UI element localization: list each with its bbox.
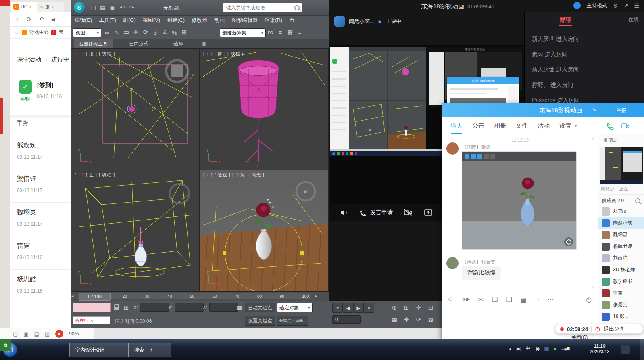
member-row[interactable]: 18 影... xyxy=(598,311,644,322)
taskbar-clock[interactable]: 11:19 2020/3/13 xyxy=(584,343,615,354)
magnifier-overlay-icon[interactable] xyxy=(564,237,573,246)
redo-icon[interactable]: ↷ xyxy=(127,3,137,12)
tab-album[interactable]: 相册 xyxy=(494,122,506,130)
tab-group-info[interactable]: 群信息 xyxy=(603,137,618,144)
y-field[interactable] xyxy=(175,303,204,312)
select-icon[interactable]: ↖ xyxy=(112,28,121,37)
tray-app-icon[interactable]: ▥ xyxy=(544,346,549,352)
max-logo-icon[interactable]: S xyxy=(74,2,85,13)
viewcube-front-face[interactable]: 前 xyxy=(304,189,308,194)
member-row[interactable]: 魏翊灵 xyxy=(598,229,644,241)
menu-customize[interactable]: 自 xyxy=(289,17,294,24)
smiley-icon[interactable]: ☺ xyxy=(447,296,454,303)
popout-icon[interactable]: ↗ xyxy=(624,3,629,8)
link-icon[interactable]: ∞ xyxy=(102,28,112,37)
timeline-slider-handle[interactable]: 0 / 100 xyxy=(79,293,111,301)
menu-tools[interactable]: 工具(T) xyxy=(99,17,116,24)
tray-app-icon[interactable]: ◉ xyxy=(535,346,539,352)
qq-message-input[interactable] xyxy=(442,306,598,323)
online-label[interactable]: 在线 xyxy=(628,16,639,23)
tab-settings[interactable]: 设置 xyxy=(559,122,571,130)
rotate-icon[interactable]: ⟳ xyxy=(141,28,150,37)
tab-activity[interactable]: 活动 xyxy=(538,122,550,130)
orbit-icon[interactable]: ✥ xyxy=(402,315,411,324)
move-icon[interactable]: ✛ xyxy=(131,28,141,37)
menu-edit[interactable]: 编辑(E) xyxy=(75,17,92,24)
taskbar-window-button[interactable]: 室内设计设计 xyxy=(69,343,129,357)
sharing-thumbnail[interactable] xyxy=(600,147,643,184)
more-icon[interactable]: ⋯ xyxy=(547,296,554,303)
x-field[interactable] xyxy=(140,303,169,312)
play-button[interactable]: ▶ xyxy=(353,303,364,313)
viewport-label[interactable]: [ + ] [ 前 ] [ 线框 ] xyxy=(203,51,244,57)
folder-icon[interactable]: ❏ xyxy=(492,296,498,303)
menu-views[interactable]: 视图(V) xyxy=(143,17,160,24)
scroll-up-icon[interactable]: ∧ xyxy=(592,136,595,140)
avatar[interactable] xyxy=(446,257,459,269)
favorite-tmall[interactable]: 天 xyxy=(59,29,64,36)
image-icon[interactable]: ▦ xyxy=(521,296,527,303)
menu-create[interactable]: 创建(C) xyxy=(167,17,185,24)
selection-lock-icon[interactable] xyxy=(114,307,119,310)
member-row[interactable]: 张景棠 xyxy=(598,299,644,311)
tab-selection[interactable]: 选择 xyxy=(173,40,183,47)
message-sender[interactable]: 【活喷】雷霆 xyxy=(462,144,491,151)
maximize-viewport-icon[interactable]: ⊡ xyxy=(426,303,436,312)
share-screen-icon[interactable] xyxy=(423,208,433,217)
menu-group[interactable]: 组(G) xyxy=(123,17,136,24)
maxscript-listener-pink[interactable] xyxy=(73,303,111,312)
chat-record-icon[interactable]: ❑ xyxy=(506,296,512,303)
history-clock-icon[interactable]: ◷ xyxy=(586,296,592,303)
layout-icon-3[interactable]: ▤ xyxy=(34,331,39,337)
search-icon[interactable] xyxy=(294,5,300,10)
request-speak-button[interactable]: 发言申请 xyxy=(359,209,393,217)
field-of-view-icon[interactable]: ⟳ xyxy=(414,315,423,324)
layout-icon-4[interactable]: ▥ xyxy=(45,331,50,337)
close-icon[interactable]: × xyxy=(29,5,31,9)
member-search-icon[interactable] xyxy=(635,198,640,203)
zoom-extents-icon[interactable]: ⊞ xyxy=(402,303,411,312)
undo-icon[interactable]: ↶ xyxy=(117,3,127,12)
tray-security-icon[interactable]: ▣ xyxy=(516,346,521,352)
voice-call-icon[interactable] xyxy=(606,121,615,130)
viewport-left[interactable]: [ + ] [ 左 ] [ 线框 ] x y xyxy=(71,170,199,291)
selected-filter-dropdown[interactable]: 选定对象 ▾ xyxy=(277,303,313,312)
refresh-icon[interactable]: ⟳ xyxy=(27,16,32,22)
layer-manager-icon[interactable]: ▦ xyxy=(285,28,295,37)
undo-icon[interactable]: ↶ xyxy=(39,16,44,22)
message-sender[interactable]: 【活跃】张景棠 xyxy=(462,259,496,266)
select-region-icon[interactable]: ▭ xyxy=(121,28,131,37)
set-key-button[interactable]: 设置关键点 xyxy=(245,316,275,326)
spinner-snap-icon[interactable]: ⊞ xyxy=(179,28,189,37)
member-row[interactable]: 雷霆 xyxy=(598,287,644,299)
tab-chat[interactable]: 聊天 xyxy=(450,122,463,130)
speaker-icon[interactable] xyxy=(340,208,348,217)
go-to-start-button[interactable]: « xyxy=(332,303,343,313)
go-to-end-button[interactable]: » xyxy=(364,303,374,313)
viewport-label[interactable]: [ + ] [ 透视 ] [ 平滑 + 高光 ] xyxy=(203,172,265,178)
timeline-next-button[interactable]: ▸ xyxy=(315,293,317,299)
back-icon[interactable]: ◀ xyxy=(51,17,55,22)
scroll-down-icon[interactable]: ∨ xyxy=(592,285,595,289)
prev-frame-button[interactable]: ◀ xyxy=(343,303,353,313)
network-icon[interactable]: ▂▄▆ xyxy=(561,347,570,350)
viewport-perspective[interactable]: [ + ] [ 透视 ] [ 平滑 + 高光 ] xyxy=(200,170,328,291)
tab-files[interactable]: 文件 xyxy=(516,122,528,130)
layout-icon-1[interactable]: ▢ xyxy=(13,331,18,337)
grid-snap-icon[interactable]: ▦ xyxy=(234,303,244,312)
absolute-mode-icon[interactable]: ⊞ xyxy=(121,303,131,312)
breadcrumb-activities[interactable]: 课堂活动 xyxy=(17,56,41,63)
taskbar-window-button[interactable]: 搜索一下 xyxy=(128,343,171,357)
tab-graphite-modeling[interactable]: 石墨建模工具 xyxy=(74,39,113,49)
search-input[interactable] xyxy=(225,4,292,11)
tab-announcement[interactable]: 公告 xyxy=(472,122,484,130)
ribbon-collapse-icon[interactable]: ▣ xyxy=(202,41,206,46)
gif-icon[interactable]: GIF xyxy=(462,297,469,302)
menu-rendering[interactable]: 渲染(R) xyxy=(265,17,282,24)
gear-icon[interactable]: ⚙ xyxy=(613,3,618,8)
member-row[interactable]: 陶然小筑 xyxy=(598,217,644,229)
timeline-prev-button[interactable]: ◂ xyxy=(71,293,74,299)
zoom-level[interactable]: 90% xyxy=(69,331,79,337)
viewport-front[interactable]: [ + ] [ 前 ] [ 线框 ] x y xyxy=(200,49,328,170)
tab-group-chat[interactable]: 群聊 xyxy=(559,16,571,24)
